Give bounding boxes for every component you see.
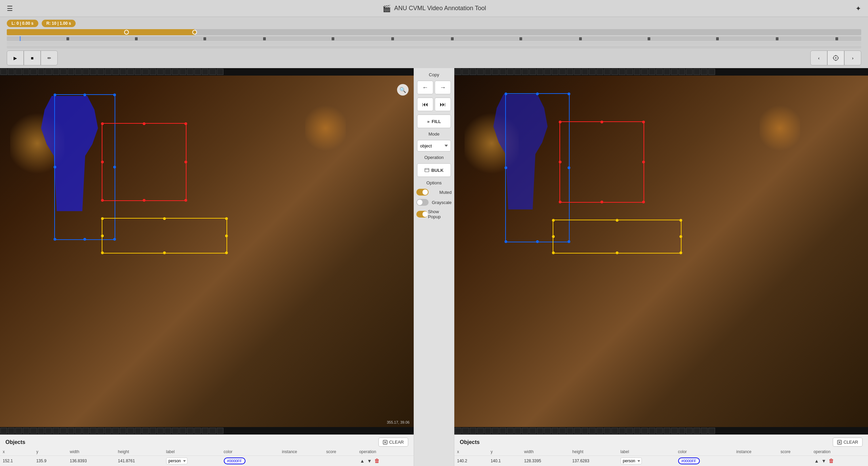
move-up-button-right[interactable]: ▲: [813, 458, 820, 464]
bbox-dot-mid: [536, 240, 539, 243]
top-bar: ☰ 🎬 ANU CVML Video Annotation Tool ✦: [0, 0, 868, 17]
nav-center-button[interactable]: [827, 50, 844, 65]
film-cell: [60, 428, 67, 434]
cell-color-right: #0000FF: [675, 456, 734, 466]
bulk-button[interactable]: BULK: [417, 163, 451, 177]
tick: [332, 37, 334, 40]
film-cell: [15, 428, 22, 434]
cell-height: 141.8761: [115, 456, 163, 466]
film-cell: [209, 69, 216, 75]
skip-left-button[interactable]: ⏮: [417, 98, 433, 111]
show-popup-toggle[interactable]: [416, 211, 428, 218]
bbox-robot-red-right[interactable]: [559, 121, 644, 203]
film-cell: [686, 69, 693, 75]
hamburger-menu-icon[interactable]: ☰: [7, 4, 13, 13]
nav-prev-button[interactable]: ‹: [810, 50, 827, 65]
bbox-dot-mid-yellow: [163, 251, 166, 254]
tick: [648, 37, 650, 40]
label-select-right[interactable]: person car object: [620, 458, 642, 464]
film-cell: [499, 69, 506, 75]
stop-button[interactable]: ■: [24, 50, 41, 65]
settings-icon[interactable]: ✦: [855, 4, 861, 13]
film-cell: [90, 69, 97, 75]
bbox-dot: [54, 238, 56, 241]
film-cell: [455, 428, 461, 434]
fill-button[interactable]: » FILL: [417, 115, 451, 128]
film-cell: [604, 69, 611, 75]
play-button[interactable]: ▶: [7, 50, 24, 65]
film-cell: [656, 428, 663, 434]
fill-label: FILL: [432, 119, 441, 124]
nav-group: ‹ ›: [810, 50, 861, 65]
left-clear-button[interactable]: CLEAR: [378, 438, 408, 447]
label-select-left[interactable]: person car object: [166, 458, 188, 464]
delete-button-right[interactable]: 🗑: [828, 458, 835, 464]
copy-right-button[interactable]: →: [435, 81, 451, 94]
grayscale-toggle[interactable]: [416, 199, 429, 206]
left-clear-label: CLEAR: [389, 440, 404, 445]
mode-select[interactable]: object track region: [417, 140, 451, 151]
col-operation-right: operation: [811, 448, 868, 456]
bbox-dot: [54, 94, 56, 96]
timeline-left-label[interactable]: L: 0 | 0.00 s: [7, 20, 38, 27]
operation-label: Operation: [424, 155, 443, 160]
col-label-right: label: [618, 448, 675, 456]
skip-right-button[interactable]: ⏭: [435, 98, 451, 111]
col-label: label: [163, 448, 221, 456]
cell-label-right[interactable]: person car object: [618, 456, 675, 466]
copy-left-button[interactable]: ←: [417, 81, 433, 94]
bbox-bottom-yellow-left[interactable]: [102, 218, 227, 254]
cell-width-right: 128.3395: [521, 456, 570, 466]
move-up-button-left[interactable]: ▲: [359, 458, 365, 464]
timeline-handle-right[interactable]: [192, 30, 197, 35]
film-cell: [664, 69, 670, 75]
color-tag-left[interactable]: #0000FF: [224, 458, 245, 464]
toggle-knob: [417, 200, 422, 205]
delete-button-left[interactable]: 🗑: [374, 458, 380, 464]
muted-toggle[interactable]: [416, 189, 429, 196]
timeline-bar[interactable]: [7, 29, 861, 35]
film-cell: [455, 69, 461, 75]
nav-next-button[interactable]: ›: [844, 50, 861, 65]
left-objects-table: x y width height label color instance sc…: [0, 448, 414, 466]
timeline-filled: [7, 29, 195, 35]
film-cell: [202, 69, 209, 75]
film-strip-top-left: [0, 68, 414, 76]
cell-label[interactable]: person car object: [163, 456, 221, 466]
bbox-dot-mid-red: [559, 161, 561, 163]
film-cell: [492, 69, 499, 75]
col-height: height: [115, 448, 163, 456]
bbox-dot-red: [101, 122, 104, 125]
copy-arrows: ← →: [417, 81, 451, 94]
col-score-right: score: [778, 448, 811, 456]
timeline-ticks: [7, 36, 861, 41]
move-down-button-left[interactable]: ▼: [367, 458, 373, 464]
col-height-right: height: [570, 448, 618, 456]
bbox-dot-red: [559, 121, 561, 123]
film-cell: [8, 428, 15, 434]
bbox-bottom-yellow-right[interactable]: [553, 220, 682, 254]
right-clear-button[interactable]: CLEAR: [833, 438, 863, 447]
tick: [203, 37, 206, 40]
film-cell: [179, 69, 186, 75]
right-objects-header: Objects CLEAR: [454, 435, 868, 448]
timeline-handle-left[interactable]: [124, 30, 129, 35]
film-cell: [45, 428, 52, 434]
move-down-button-right[interactable]: ▼: [821, 458, 827, 464]
film-cell: [105, 69, 112, 75]
tick: [451, 37, 454, 40]
right-video-frame[interactable]: [454, 76, 868, 427]
main-area: 🔍 355.17, 39.06: [0, 68, 868, 466]
film-cell: [164, 69, 171, 75]
draw-button[interactable]: ✏: [41, 50, 58, 65]
left-video-frame[interactable]: 🔍 355.17, 39.06: [0, 76, 414, 427]
bbox-dot-red: [642, 201, 645, 203]
film-cell: [596, 69, 603, 75]
zoom-button[interactable]: 🔍: [397, 84, 409, 96]
film-cell: [544, 69, 551, 75]
film-cell: [157, 69, 164, 75]
film-cell: [105, 428, 112, 434]
bbox-robot-red-left[interactable]: [102, 123, 186, 201]
color-tag-right[interactable]: #0000FF: [678, 458, 700, 464]
timeline-right-label[interactable]: R: 10 | 1.00 s: [42, 20, 76, 27]
